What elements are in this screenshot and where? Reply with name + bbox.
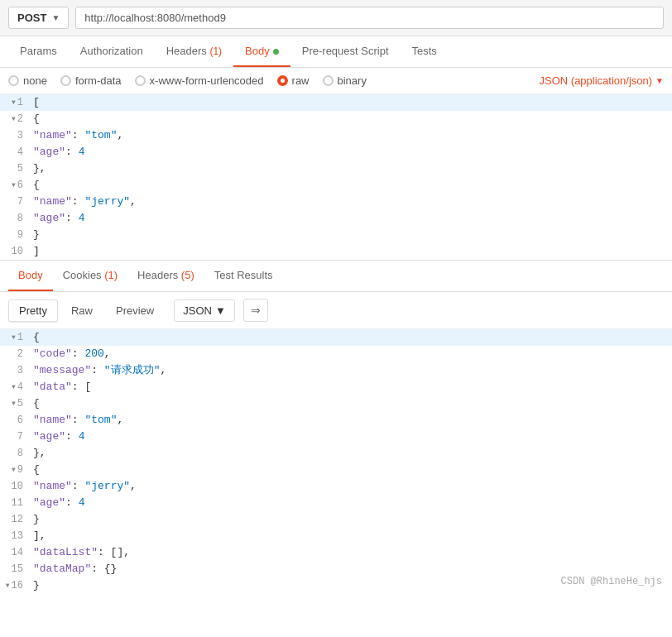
resp-fold-arrow[interactable]: ▼: [12, 462, 16, 478]
resp-fold-arrow[interactable]: ▼: [12, 395, 16, 412]
method-select[interactable]: POST ▼: [8, 7, 69, 29]
line-number: 7: [0, 194, 30, 210]
resp-tab-badge: (5): [181, 269, 194, 281]
resp-code-content: "code": 200,: [30, 346, 672, 362]
resp-tab-headers[interactable]: Headers (5): [127, 261, 204, 291]
response-code-editor[interactable]: ▼1{2 "code": 200,3 "message": "请求成功",▼4 …: [0, 329, 672, 594]
resp-code-line: 14 "dataList": [],: [0, 544, 672, 561]
url-bar: POST ▼: [0, 0, 672, 36]
line-number: 10: [0, 243, 30, 260]
resp-format-select[interactable]: JSON▼: [174, 299, 235, 322]
resp-code-content: {: [30, 329, 672, 346]
req-code-line: 9 }: [0, 227, 672, 243]
resp-line-number: 11: [0, 495, 30, 511]
req-tab-authorization[interactable]: Authorization: [69, 36, 155, 67]
resp-code-content: "name": "jerry",: [30, 478, 672, 495]
code-content: {: [30, 111, 672, 127]
body-options: noneform-datax-www-form-urlencodedrawbin…: [0, 68, 672, 94]
req-code-line: 7 "name": "jerry",: [0, 194, 672, 210]
resp-tab-test-results[interactable]: Test Results: [204, 261, 283, 291]
request-tabs: ParamsAuthorizationHeaders (1)BodyPre-re…: [0, 36, 672, 68]
req-code-line: ▼6 {: [0, 177, 672, 194]
resp-code-line: 3 "message": "请求成功",: [0, 362, 672, 379]
resp-line-number: ▼16: [0, 577, 30, 594]
line-number: ▼1: [0, 94, 30, 111]
body-option-form-data[interactable]: form-data: [60, 74, 122, 87]
radio-dot-x-www-form-urlencoded: [135, 75, 146, 86]
resp-code-line: 2 "code": 200,: [0, 346, 672, 362]
req-code-line: ▼2 {: [0, 111, 672, 127]
line-number: 3: [0, 127, 30, 144]
code-content: [: [30, 94, 672, 111]
resp-line-number: ▼5: [0, 395, 30, 412]
code-content: {: [30, 177, 672, 194]
response-section: BodyCookies (1)Headers (5)Test Results P…: [0, 261, 672, 594]
resp-code-content: },: [30, 445, 672, 462]
resp-line-number: 10: [0, 478, 30, 495]
method-label: POST: [17, 12, 46, 24]
resp-view-btn-raw[interactable]: Raw: [61, 300, 103, 321]
resp-line-number: 7: [0, 429, 30, 445]
resp-code-line: ▼4 "data": [: [0, 379, 672, 395]
radio-label-binary: binary: [338, 74, 367, 87]
resp-code-line: ▼1{: [0, 329, 672, 346]
resp-fold-arrow[interactable]: ▼: [12, 329, 16, 346]
resp-wrap-button[interactable]: ⇒: [243, 299, 268, 322]
resp-view-btn-preview[interactable]: Preview: [106, 300, 164, 321]
resp-code-line: 8 },: [0, 445, 672, 462]
req-code-line: 4 "age": 4: [0, 144, 672, 160]
resp-line-number: 8: [0, 445, 30, 462]
req-tab-headers[interactable]: Headers (1): [155, 36, 233, 67]
json-format-label: JSON (application/json): [540, 74, 653, 87]
tab-dot: [273, 49, 279, 55]
resp-line-number: 13: [0, 528, 30, 544]
json-format-select[interactable]: JSON (application/json)▼: [540, 74, 664, 87]
resp-tab-cookies[interactable]: Cookies (1): [53, 261, 127, 291]
resp-code-line: 15 "dataMap": {}: [0, 561, 672, 577]
resp-fold-arrow[interactable]: ▼: [12, 379, 16, 395]
code-content: },: [30, 160, 672, 177]
fold-arrow[interactable]: ▼: [12, 111, 16, 127]
radio-label-raw: raw: [292, 74, 310, 87]
resp-code-content: "dataList": [],: [30, 544, 672, 561]
req-tab-params[interactable]: Params: [8, 36, 69, 67]
url-input[interactable]: [75, 7, 664, 29]
resp-line-number: 3: [0, 362, 30, 379]
req-tab-body[interactable]: Body: [233, 36, 290, 67]
response-toolbar: PrettyRawPreviewJSON▼⇒: [0, 292, 672, 329]
radio-dot-none: [8, 75, 19, 86]
resp-view-btn-pretty[interactable]: Pretty: [8, 299, 58, 322]
fold-arrow[interactable]: ▼: [12, 94, 16, 111]
body-option-binary[interactable]: binary: [323, 74, 367, 87]
req-tab-tests[interactable]: Tests: [401, 36, 449, 67]
code-content: }: [30, 227, 672, 243]
resp-code-content: "name": "tom",: [30, 412, 672, 429]
radio-dot-raw: [277, 75, 288, 86]
resp-code-line: ▼5 {: [0, 395, 672, 412]
line-number: ▼2: [0, 111, 30, 127]
body-option-none[interactable]: none: [8, 74, 47, 87]
body-option-raw[interactable]: raw: [277, 74, 310, 87]
radio-label-none: none: [23, 74, 47, 87]
line-number: 9: [0, 227, 30, 243]
resp-line-number: 12: [0, 511, 30, 528]
method-chevron: ▼: [51, 13, 60, 22]
resp-format-label: JSON: [183, 304, 212, 317]
code-content: "name": "tom",: [30, 127, 672, 144]
resp-line-number: 14: [0, 544, 30, 561]
code-content: "age": 4: [30, 144, 672, 160]
radio-label-x-www-form-urlencoded: x-www-form-urlencoded: [150, 74, 264, 87]
req-tab-pre-request[interactable]: Pre-request Script: [290, 36, 401, 67]
resp-tab-body[interactable]: Body: [8, 261, 53, 291]
body-option-x-www-form-urlencoded[interactable]: x-www-form-urlencoded: [135, 74, 264, 87]
resp-code-content: "data": [: [30, 379, 672, 395]
line-number: 4: [0, 144, 30, 160]
tab-badge: (1): [209, 46, 222, 57]
resp-code-line: 12 }: [0, 511, 672, 528]
resp-code-line: 13 ],: [0, 528, 672, 544]
request-code-editor[interactable]: ▼1[▼2 {3 "name": "tom",4 "age": 45 },▼6 …: [0, 94, 672, 261]
code-content: "name": "jerry",: [30, 194, 672, 210]
fold-arrow[interactable]: ▼: [12, 177, 16, 194]
resp-fold-arrow[interactable]: ▼: [6, 577, 10, 594]
radio-label-form-data: form-data: [75, 74, 122, 87]
